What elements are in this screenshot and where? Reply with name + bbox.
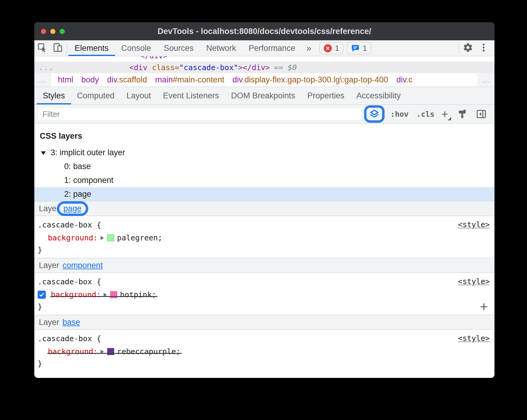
breadcrumb-html[interactable]: html: [58, 75, 73, 85]
layer-page-link[interactable]: page: [64, 204, 82, 213]
device-toolbar-icon: [53, 42, 63, 54]
tab-elements[interactable]: Elements: [68, 40, 115, 56]
node-attr-eq: =: [175, 63, 179, 72]
dock-panel-icon: [476, 109, 487, 119]
layer-label: Layer: [39, 318, 59, 327]
message-bubble-icon: [351, 44, 360, 52]
rule-property-line: background: hotpink;: [36, 288, 490, 301]
tab-accessibility[interactable]: Accessibility: [350, 87, 407, 104]
breadcrumb-body[interactable]: body: [81, 75, 99, 85]
tab-performance[interactable]: Performance: [242, 40, 302, 56]
toggle-sidebar-button[interactable]: [476, 109, 487, 119]
color-swatch-hotpink[interactable]: [110, 291, 117, 298]
tab-properties[interactable]: Properties: [301, 87, 350, 104]
kebab-menu-icon: [479, 42, 489, 54]
style-source-link[interactable]: <style>: [458, 277, 490, 286]
property-name[interactable]: background:: [51, 290, 101, 299]
layer-tree-item-component[interactable]: 1: component: [34, 173, 494, 187]
styles-panel-tabbar: Styles Computed Layout Event Listeners D…: [34, 87, 494, 105]
layer-base-link[interactable]: base: [63, 318, 80, 327]
window-title: DevTools - localhost:8080/docs/devtools/…: [34, 27, 494, 36]
devtools-toolbar: Elements Console Sources Network Perform…: [34, 40, 494, 56]
style-rule-base: <style> .cascade-box { background: rebec…: [34, 330, 494, 372]
layer-tree-root-label: 3: implicit outer layer: [51, 148, 125, 157]
tab-dom-breakpoints[interactable]: DOM Breakpoints: [225, 87, 301, 104]
property-name[interactable]: background:: [48, 233, 98, 242]
caret-down-icon[interactable]: [41, 151, 46, 155]
tab-console[interactable]: Console: [115, 40, 157, 56]
gear-icon: [463, 42, 473, 54]
issues-count-badge[interactable]: 1: [347, 42, 371, 54]
node-tag-close: ></div>: [238, 63, 270, 72]
css-layers-block: CSS layers 3: implicit outer layer 0: ba…: [34, 124, 494, 201]
layer-tree-item-page[interactable]: 2: page: [34, 187, 494, 201]
tab-network[interactable]: Network: [200, 40, 242, 56]
breadcrumb-overflow-right[interactable]: ...: [478, 73, 494, 87]
tab-sources[interactable]: Sources: [157, 40, 200, 56]
style-source-link[interactable]: <style>: [458, 220, 490, 229]
clipped-node-fragment: </div>: [140, 56, 167, 60]
rule-close-brace: }: [36, 301, 490, 312]
breadcrumb-trail: html body div.scaffold main#main-content…: [51, 73, 413, 87]
layer-label: Layer: [39, 261, 59, 270]
tab-event-listeners[interactable]: Event Listeners: [157, 87, 225, 104]
hidden-nodes-ellipsis[interactable]: ...: [34, 63, 54, 72]
layer-section-header-component: Layer component: [34, 258, 494, 273]
style-rule-page: <style> .cascade-box { background: paleg…: [34, 216, 494, 258]
styles-pane: CSS layers 3: implicit outer layer 0: ba…: [34, 124, 494, 378]
rule-property-line: background: palegreen;: [36, 231, 490, 244]
error-count-badge[interactable]: 1: [319, 42, 344, 54]
tab-styles[interactable]: Styles: [37, 87, 71, 104]
paintbrush-icon: [457, 109, 467, 119]
device-toolbar-button[interactable]: [50, 40, 66, 56]
style-source-link[interactable]: <style>: [458, 334, 490, 343]
layer-component-link[interactable]: component: [63, 261, 103, 270]
dom-tree-selected-row[interactable]: ... <div class="cascade-box"></div> == $…: [34, 62, 494, 73]
dropdown-corner-icon: [448, 117, 451, 120]
overridden-declaration: background: hotpink;: [51, 290, 156, 299]
expand-arrow-icon[interactable]: [104, 293, 107, 297]
error-icon: [324, 44, 332, 52]
property-value[interactable]: palegreen;: [117, 233, 163, 242]
property-value[interactable]: hotpink;: [120, 290, 156, 299]
rule-selector[interactable]: .cascade-box {: [36, 218, 490, 231]
breadcrumb-main-content[interactable]: main#main-content: [155, 75, 224, 85]
color-swatch-rebeccapurple[interactable]: [107, 348, 114, 355]
class-toggle-button[interactable]: .cls: [416, 110, 435, 119]
css-layers-toggle-annotation: [364, 105, 385, 123]
color-swatch-palegreen[interactable]: [107, 234, 114, 241]
rule-selector[interactable]: .cascade-box {: [36, 332, 490, 345]
expand-arrow-icon[interactable]: [101, 350, 104, 354]
pseudo-state-button[interactable]: :hov: [390, 110, 408, 119]
layer-tree-root[interactable]: 3: implicit outer layer: [34, 146, 494, 159]
layer-page-link-annotation: page: [57, 201, 88, 216]
layer-tree-item-base[interactable]: 0: base: [34, 159, 494, 173]
new-style-rule-button[interactable]: +: [441, 108, 448, 120]
kebab-menu-button[interactable]: [476, 40, 491, 56]
expand-arrow-icon[interactable]: [101, 236, 104, 240]
breadcrumb-div-scaffold[interactable]: div.scaffold: [107, 75, 147, 85]
dollar-zero-hint: == $0: [274, 63, 297, 72]
settings-button[interactable]: [460, 40, 476, 56]
rule-close-brace: }: [36, 358, 490, 369]
breadcrumb-overflow-left[interactable]: ...: [34, 73, 51, 87]
css-layers-tree: 3: implicit outer layer 0: base 1: compo…: [34, 146, 494, 201]
rule-close-brace: }: [36, 244, 490, 255]
toolbar-spacer: [372, 40, 457, 56]
dom-breadcrumb-bar: ... html body div.scaffold main#main-con…: [34, 73, 494, 87]
property-enabled-checkbox[interactable]: [38, 291, 46, 299]
rule-selector[interactable]: .cascade-box {: [36, 275, 490, 288]
insert-style-rule-button[interactable]: +: [480, 300, 488, 313]
breadcrumb-div-display-flex[interactable]: div.display-flex.gap-top-300.lg\:gap-top…: [232, 75, 388, 85]
breadcrumb-div-truncated[interactable]: div.c: [396, 75, 413, 85]
more-tabs-button[interactable]: »: [301, 40, 316, 56]
rendering-emulation-button[interactable]: [457, 109, 467, 119]
tab-layout[interactable]: Layout: [120, 87, 157, 104]
property-value[interactable]: rebeccapurple;: [117, 347, 181, 356]
tab-computed[interactable]: Computed: [71, 87, 121, 104]
inspect-cursor-icon: [37, 42, 47, 54]
property-name[interactable]: background:: [48, 347, 98, 356]
styles-filter-input[interactable]: [38, 108, 361, 120]
css-layers-toggle-button[interactable]: [369, 109, 380, 119]
inspect-element-button[interactable]: [34, 40, 50, 56]
